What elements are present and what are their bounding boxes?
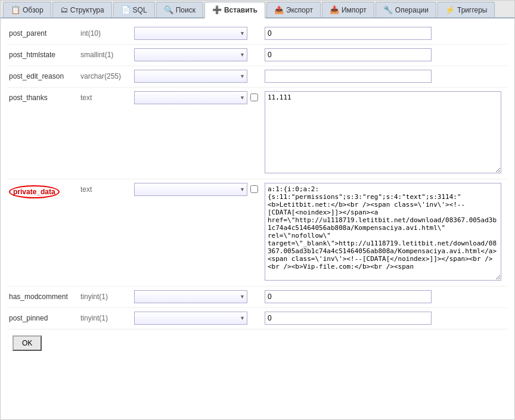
field-value-area-post_thanks: 11,111 — [265, 91, 506, 175]
button-row: OK — [8, 329, 507, 357]
field-select-wrap-has_modcomment — [134, 290, 250, 303]
field-select-wrap-post_thanks — [134, 91, 250, 104]
field-checkbox-wrap-has_modcomment — [250, 290, 265, 293]
field-type-post_edit_reason: varchar(255) — [80, 70, 134, 80]
tab-import[interactable]: 📥Импорт — [322, 2, 374, 17]
tab-label-import: Импорт — [342, 6, 367, 14]
field-select-wrap-post_htmlstate — [134, 48, 250, 61]
field-input-post_edit_reason[interactable] — [265, 70, 432, 83]
field-type-private_data: text — [80, 183, 134, 194]
field-name-private_data: private_data — [9, 183, 80, 198]
field-select-post_pinned[interactable] — [134, 312, 247, 325]
field-type-has_modcomment: tinyint(1) — [80, 290, 134, 301]
field-input-post_parent[interactable] — [265, 27, 432, 40]
field-name-post_htmlstate: post_htmlstate — [9, 48, 80, 59]
field-checkbox-wrap-post_pinned — [250, 312, 265, 314]
tab-triggery[interactable]: ⚡Триггеры — [438, 2, 495, 17]
tab-eksport[interactable]: 📤Экспорт — [266, 2, 321, 17]
field-value-area-post_edit_reason — [265, 70, 506, 83]
field-value-area-has_modcomment — [265, 290, 506, 303]
field-name-has_modcomment: has_modcomment — [9, 290, 80, 301]
tab-label-obzor: Обзор — [23, 6, 44, 14]
field-name-post_edit_reason: post_edit_reason — [9, 70, 80, 80]
ok-button[interactable]: OK — [13, 335, 42, 351]
field-name-post_pinned: post_pinned — [9, 312, 80, 322]
field-select-private_data[interactable] — [134, 183, 247, 196]
tab-label-triggery: Триггеры — [457, 6, 488, 14]
field-value-area-post_htmlstate — [265, 48, 506, 61]
tab-icon-vstavit: ➕ — [212, 5, 222, 14]
field-type-post_thanks: text — [80, 91, 134, 102]
tab-label-operacii: Операции — [395, 6, 429, 14]
field-value-area-post_pinned — [265, 312, 506, 325]
tab-icon-struktura: 🗂 — [60, 5, 68, 14]
field-select-post_parent[interactable] — [134, 27, 247, 40]
form-row-post_thanks: post_thankstext11,111 — [8, 88, 507, 179]
form-row-post_parent: post_parentint(10) — [8, 23, 507, 45]
highlighted-label: private_data — [9, 185, 60, 198]
field-select-wrap-post_pinned — [134, 312, 250, 325]
field-name-post_parent: post_parent — [9, 27, 80, 38]
field-select-wrap-post_edit_reason — [134, 70, 250, 83]
field-input-post_htmlstate[interactable] — [265, 48, 432, 61]
tab-operacii[interactable]: 🔧Операции — [376, 2, 436, 17]
field-name-post_thanks: post_thanks — [9, 91, 80, 102]
tab-label-vstavit: Вставить — [224, 6, 258, 14]
field-input-post_pinned[interactable] — [265, 312, 432, 325]
form-row-post_htmlstate: post_htmlstatesmallint(1) — [8, 45, 507, 66]
tab-icon-operacii: 🔧 — [383, 5, 393, 14]
field-select-has_modcomment[interactable] — [134, 290, 247, 303]
field-checkbox-post_thanks[interactable] — [250, 94, 258, 101]
field-checkbox-wrap-post_edit_reason — [250, 70, 265, 72]
app-wrapper: 📋Обзор🗂Структура📄SQL🔍Поиск➕Вставить📤Эксп… — [0, 0, 515, 420]
field-checkbox-private_data[interactable] — [250, 185, 258, 193]
field-type-post_parent: int(10) — [80, 27, 134, 38]
field-select-post_thanks[interactable] — [134, 91, 247, 104]
tab-label-poisk: Поиск — [176, 6, 196, 14]
tab-poisk[interactable]: 🔍Поиск — [156, 2, 203, 17]
form-row-post_edit_reason: post_edit_reasonvarchar(255) — [8, 66, 507, 88]
tab-icon-import: 📥 — [330, 5, 339, 14]
field-select-wrap-post_parent — [134, 27, 250, 40]
field-input-has_modcomment[interactable] — [265, 290, 432, 303]
field-value-area-private_data: a:1:{i:0;a:2:{s:11:"permissions";s:3:"re… — [265, 183, 506, 282]
tab-label-eksport: Экспорт — [286, 6, 313, 14]
tab-icon-sql: 📄 — [121, 5, 131, 14]
form-row-has_modcomment: has_modcommenttinyint(1) — [8, 287, 507, 308]
tab-obzor[interactable]: 📋Обзор — [3, 2, 51, 17]
tab-bar: 📋Обзор🗂Структура📄SQL🔍Поиск➕Вставить📤Эксп… — [1, 1, 514, 18]
field-checkbox-wrap-private_data — [250, 183, 265, 193]
form-row-post_pinned: post_pinnedtinyint(1) — [8, 308, 507, 329]
tab-struktura[interactable]: 🗂Структура — [52, 2, 112, 17]
field-select-wrap-private_data — [134, 183, 250, 196]
tab-vstavit[interactable]: ➕Вставить — [204, 2, 265, 18]
field-type-post_pinned: tinyint(1) — [80, 312, 134, 322]
tab-icon-eksport: 📤 — [274, 5, 284, 14]
tab-icon-obzor: 📋 — [11, 5, 20, 14]
field-checkbox-wrap-post_thanks — [250, 91, 265, 101]
field-checkbox-wrap-post_htmlstate — [250, 48, 265, 51]
content-area: post_parentint(10)post_htmlstatesmallint… — [1, 18, 514, 362]
field-type-post_htmlstate: smallint(1) — [80, 48, 134, 59]
field-textarea-private_data[interactable]: a:1:{i:0;a:2:{s:11:"permissions";s:3:"re… — [265, 183, 501, 281]
field-select-post_edit_reason[interactable] — [134, 70, 247, 83]
form-row-private_data: private_datatexta:1:{i:0;a:2:{s:11:"perm… — [8, 179, 507, 287]
tab-label-struktura: Структура — [70, 6, 104, 14]
tab-icon-triggery: ⚡ — [445, 5, 455, 14]
field-value-area-post_parent — [265, 27, 506, 40]
tab-icon-poisk: 🔍 — [164, 5, 173, 14]
field-checkbox-wrap-post_parent — [250, 27, 265, 29]
field-textarea-post_thanks[interactable]: 11,111 — [265, 91, 501, 173]
tab-label-sql: SQL — [133, 6, 147, 14]
tab-sql[interactable]: 📄SQL — [113, 2, 155, 17]
field-select-post_htmlstate[interactable] — [134, 48, 247, 61]
